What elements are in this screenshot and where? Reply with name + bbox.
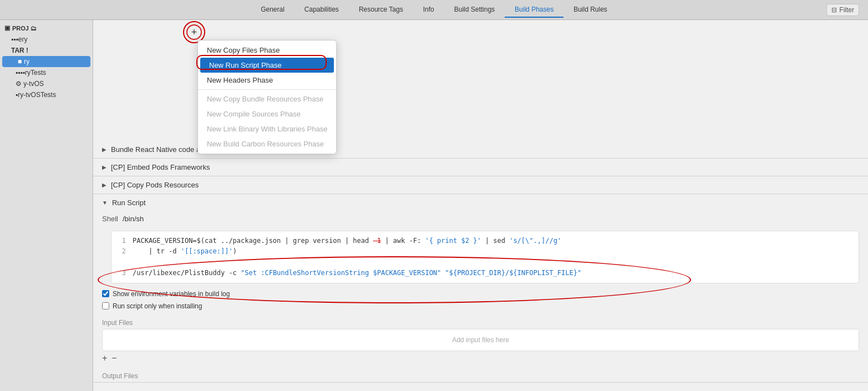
remove-input-file-button[interactable]: − [111,353,116,363]
code-line-blank [118,257,852,267]
build-phases-list: ▶ Bundle React Native code and images ▶ … [93,139,868,385]
phase-run-title: Run Script [112,199,146,207]
phase-copy-pods-row[interactable]: ▶ [CP] Copy Pods Resources [93,176,868,194]
show-env-checkbox-row: Show environment variables in build log [93,288,868,300]
sidebar-item-tvostests-label: ▪ry-tvOSTests [16,91,56,99]
filter-label: Filter [839,6,854,14]
menu-item-headers[interactable]: New Headers Phase [198,73,336,88]
shell-value: /bin/sh [123,215,144,223]
sidebar: ▣ PROJ 🗂 ▪▪▪ery TAR ! ■ ry ▪▪▪▪ryTests ⚙… [0,20,93,391]
nav-item-general[interactable]: General [251,2,295,18]
project-header: ▣ PROJ 🗂 [0,22,93,34]
line-num-3: 3 [118,268,126,278]
phase-bundle-arrow: ▶ [102,146,106,153]
phase-embed-pods: ▶ [CP] Embed Pods Frameworks [93,159,868,176]
code-line-2-text: | tr -d '[[:space:]]') [133,246,237,257]
sidebar-item-tvostests[interactable]: ▪ry-tvOSTests [0,89,93,100]
output-files-label: Output Files [102,370,859,382]
code-line-3-text: /usr/libexec/PlistBuddy -c "Set :CFBundl… [133,268,581,278]
run-installing-checkbox[interactable] [102,302,109,309]
filter-button[interactable]: ⊟ Filter [826,4,859,16]
run-installing-checkbox-row: Run script only when installing [93,300,868,312]
window-icon: ▣ [4,24,10,32]
input-files-section: Input Files Add input files here + − [102,317,859,365]
menu-item-copy-bundle: New Copy Bundle Resources Phase [198,92,336,106]
output-files-section: Output Files [102,370,859,382]
menu-item-run-script[interactable]: New Run Script Phase [200,58,334,73]
add-input-files-text: Add input files here [452,336,509,344]
phase-run-script-row[interactable]: ▼ Run Script [93,194,868,211]
menu-item-compile-sources: New Compile Sources Phase [198,106,336,121]
nav-item-build-phases[interactable]: Build Phases [505,2,564,18]
dropdown-menu: New Copy Files Phase New Run Script Phas… [197,40,337,154]
sidebar-item-tar[interactable]: TAR ! [0,45,93,56]
shell-row: Shell /bin/sh [93,211,868,226]
nav-item-resource-tags[interactable]: Resource Tags [349,2,413,18]
nav-item-build-rules[interactable]: Build Rules [564,2,617,18]
menu-item-link-binary: New Link Binary With Libraries Phase [198,121,336,136]
phase-embed-arrow: ▶ [102,164,106,170]
code-line-2: 2 | tr -d '[[:space:]]') [118,246,852,257]
sidebar-item-rytests[interactable]: ▪▪▪▪ryTests [0,67,93,78]
phase-embed-title: [CP] Embed Pods Frameworks [111,163,210,171]
filter-icon: ⊟ [831,6,837,14]
phase-copy-pods: ▶ [CP] Copy Pods Resources [93,176,868,194]
input-files-drop-area[interactable]: Add input files here [102,329,859,351]
sidebar-item-tar-label: TAR ! [11,47,28,54]
phase-copy-title: [CP] Copy Pods Resources [111,181,199,189]
input-files-label: Input Files [102,317,859,329]
code-line-3: 3 /usr/libexec/PlistBuddy -c "Set :CFBun… [118,268,852,278]
project-label: PROJ 🗂 [12,25,37,32]
phase-run-script: ▼ Run Script Shell /bin/sh 1 PACKAGE_VER… [93,194,868,383]
run-installing-label: Run script only when installing [113,302,202,310]
sidebar-item-ery-label: ▪▪▪ery [11,35,27,43]
add-phase-button[interactable]: + [186,24,202,40]
code-block[interactable]: 1 PACKAGE_VERSION=$(cat ../package.json … [111,231,859,283]
menu-item-carbon: New Build Carbon Resources Phase [198,136,336,151]
sidebar-item-ery[interactable]: ▪▪▪ery [0,34,93,45]
sidebar-item-ry[interactable]: ■ ry [2,56,90,67]
add-input-file-button[interactable]: + [102,353,107,363]
phase-embed-pods-row[interactable]: ▶ [CP] Embed Pods Frameworks [93,159,868,176]
code-block-container: 1 PACKAGE_VERSION=$(cat ../package.json … [102,231,859,283]
nav-item-info[interactable]: Info [413,2,444,18]
shell-label: Shell [102,215,118,223]
nav-item-build-settings[interactable]: Build Settings [444,2,505,18]
input-files-controls: + − [102,351,859,365]
phase-copy-arrow: ▶ [102,182,106,188]
sidebar-item-ry-label: ry [24,58,29,65]
top-nav: General Capabilities Resource Tags Info … [0,0,868,20]
show-env-checkbox[interactable] [102,290,109,297]
menu-item-copy-files[interactable]: New Copy Files Phase [198,43,336,58]
line-num-2: 2 [118,246,126,257]
phase-run-arrow: ▼ [102,200,108,206]
sidebar-item-rytests-label: ▪▪▪▪ryTests [16,69,46,77]
folder-icon: ■ [18,58,22,65]
content-area: + New Copy Files Phase New Run Script Ph… [93,20,868,391]
menu-divider [198,89,336,90]
line-num-1: 1 [118,236,126,246]
code-line-1-text: PACKAGE_VERSION=$(cat ../package.json | … [133,236,561,246]
sidebar-item-tvos[interactable]: ⚙ y-tvOS [0,78,93,89]
sidebar-item-tvos-label: ⚙ y-tvOS [16,80,44,88]
show-env-label: Show environment variables in build log [113,290,230,298]
code-line-1: 1 PACKAGE_VERSION=$(cat ../package.json … [118,236,852,246]
main-layout: ▣ PROJ 🗂 ▪▪▪ery TAR ! ■ ry ▪▪▪▪ryTests ⚙… [0,20,868,391]
nav-item-capabilities[interactable]: Capabilities [295,2,349,18]
